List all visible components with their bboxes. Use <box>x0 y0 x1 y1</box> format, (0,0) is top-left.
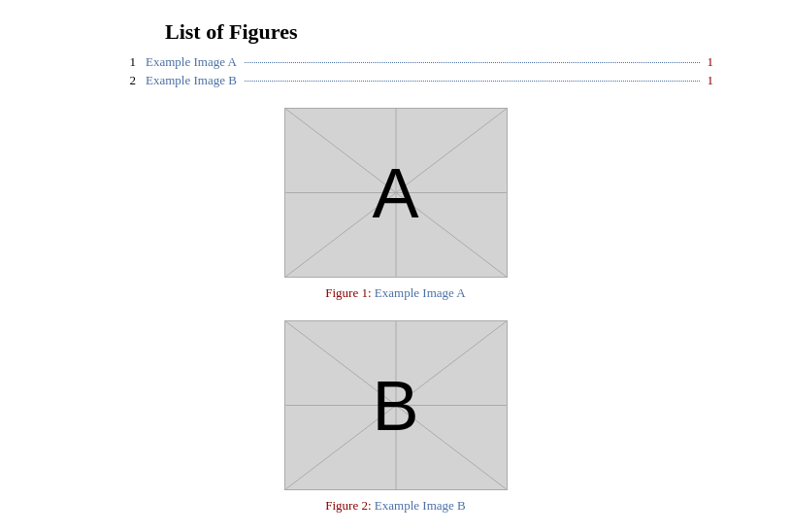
toc-page-2: 1 <box>708 73 714 88</box>
figure-1-label: Figure 1: <box>325 285 371 300</box>
figure-1-letter: A <box>285 109 507 277</box>
toc-dots-1 <box>245 62 700 63</box>
figure-1-image: A <box>284 108 508 278</box>
toc-entry-1: 1 Example Image A 1 <box>116 54 713 70</box>
toc-section: 1 Example Image A 1 2 Example Image B 1 <box>78 54 713 88</box>
figure-2-label: Figure 2: <box>325 498 371 513</box>
figure-2-caption-desc: Example Image B <box>375 498 466 513</box>
toc-entry-2: 2 Example Image B 1 <box>116 73 713 88</box>
figure-2-caption: Figure 2: Example Image B <box>325 498 465 514</box>
toc-label-2: Example Image B <box>146 73 237 88</box>
toc-number-2: 2 <box>116 73 136 88</box>
toc-number-1: 1 <box>116 54 136 70</box>
figure-2-letter: B <box>285 321 507 489</box>
page: List of Figures 1 Example Image A 1 2 Ex… <box>0 0 791 532</box>
toc-dots-2 <box>245 81 700 82</box>
toc-page-1: 1 <box>708 54 714 70</box>
figure-1: A Figure 1: Example Image A <box>78 108 713 301</box>
figure-1-caption: Figure 1: Example Image A <box>325 285 465 301</box>
figure-2: B Figure 2: Example Image B <box>78 320 713 514</box>
page-title: List of Figures <box>165 19 713 45</box>
figure-1-caption-desc: Example Image A <box>375 285 466 300</box>
figure-2-image: B <box>284 320 508 490</box>
toc-label-1: Example Image A <box>146 54 237 70</box>
